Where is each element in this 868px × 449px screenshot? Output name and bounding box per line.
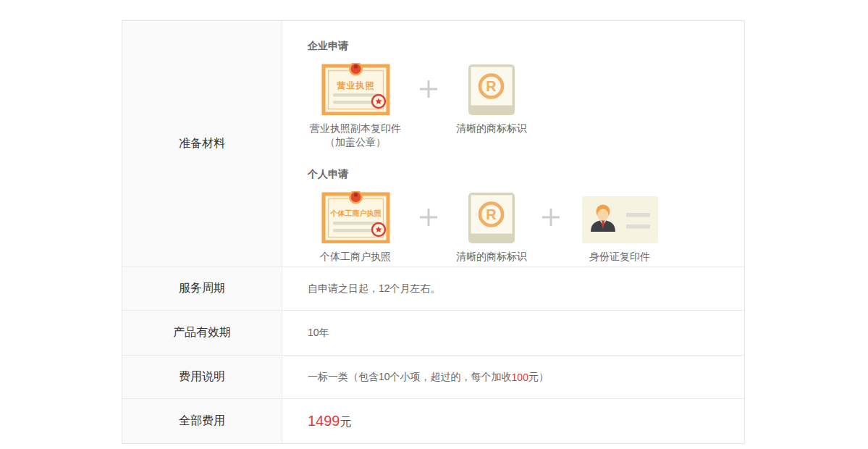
service-period-value: 自申请之日起，12个月左右。 [282,267,744,310]
plus-icon [403,191,454,243]
business-license-icon: 营业执照 [321,63,390,115]
trademark-caption: 清晰的商标标识 [456,250,527,264]
materials-content: 企业申请 营业执照 [282,21,744,267]
total-fee-value: 1499 元 [282,399,744,443]
price-amount: 1499 [308,413,340,429]
trademark-icon: R [468,191,515,243]
material-trademark-personal: R 清晰的商标标识 [454,191,529,264]
individual-license-icon: 个体工商户执照 [321,191,390,243]
trademark-icon: R [468,63,515,115]
material-individual-license: 个体工商户执照 个体工商户执照 [308,191,403,264]
price: 1499 元 [308,413,352,430]
individual-license-caption: 个体工商户执照 [320,250,391,264]
personal-apply-heading: 个人申请 [308,168,744,181]
row-service-period: 服务周期 自申请之日起，12个月左右。 [122,267,744,311]
caption-line-1: 营业执照副本复印件 [310,122,401,135]
business-license-caption: 营业执照副本复印件 （加盖公章） [310,122,401,149]
business-license-svg: 营业执照 [321,63,390,115]
row-label: 准备材料 [122,21,282,267]
material-trademark: R 清晰的商标标识 [454,63,529,135]
trademark-caption: 清晰的商标标识 [456,122,527,135]
svg-text:R: R [486,206,497,222]
fee-note-before: 一标一类（包含10个小项，超过的，每个加收 [308,371,512,384]
product-spec-table: 准备材料 企业申请 营业执照 [122,20,745,444]
plus-icon [403,63,454,115]
row-label: 产品有效期 [122,311,282,355]
price-unit: 元 [340,415,352,430]
svg-text:营业执照: 营业执照 [336,80,374,91]
plus-icon [529,191,573,243]
id-card-icon [582,191,658,243]
row-validity: 产品有效期 10年 [122,311,744,356]
row-label: 费用说明 [122,356,282,398]
individual-license-svg: 个体工商户执照 [321,191,390,243]
caption-line-2: （加盖公章） [310,135,401,149]
fee-note-after: 元） [528,371,549,384]
svg-text:个体工商户执照: 个体工商户执照 [329,209,381,217]
personal-apply-section: 个人申请 个体工商户执照 [308,168,744,264]
row-label: 服务周期 [122,267,282,310]
personal-materials-line: 个体工商户执照 个体工商户执照 [308,191,744,264]
fee-note-highlight: 100 [512,372,528,383]
id-card-svg [582,196,658,243]
material-id-card: 身份证复印件 [573,191,667,264]
material-business-license: 营业执照 营业执照副本复印件 （加盖公章） [308,63,403,149]
row-prepare-materials: 准备材料 企业申请 营业执照 [122,21,744,267]
fee-note-value: 一标一类（包含10个小项，超过的，每个加收100元） [282,356,744,398]
company-materials-line: 营业执照 营业执照副本复印件 （加盖公章） [308,63,744,149]
row-label: 全部费用 [122,399,282,443]
trademark-svg: R [468,64,515,115]
company-apply-heading: 企业申请 [308,40,744,53]
id-card-caption: 身份证复印件 [589,250,650,264]
row-fee-note: 费用说明 一标一类（包含10个小项，超过的，每个加收100元） [122,356,744,399]
trademark-svg: R [468,193,515,243]
row-total-fee: 全部费用 1499 元 [122,399,744,443]
validity-value: 10年 [282,311,744,355]
company-apply-section: 企业申请 营业执照 [308,40,744,149]
svg-text:R: R [486,78,497,94]
